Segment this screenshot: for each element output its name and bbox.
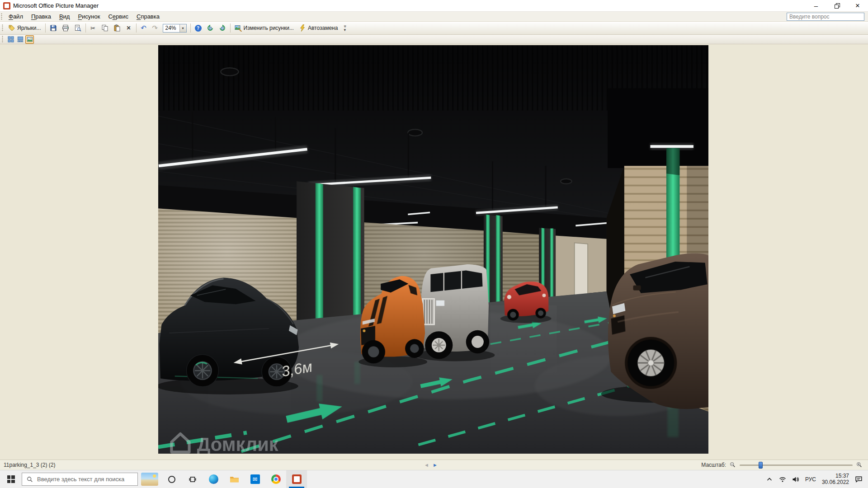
rotate-right-button[interactable] [217, 23, 228, 33]
zoom-dropdown-button[interactable]: ▾ [179, 24, 186, 32]
zoom-slider[interactable] [740, 465, 853, 466]
toolbar-separator [45, 23, 46, 33]
action-center-icon[interactable] [855, 475, 863, 483]
taskbar-item-task-view[interactable] [182, 470, 203, 488]
zoom-out-icon[interactable] [730, 462, 736, 468]
close-button[interactable]: ✕ [847, 0, 868, 11]
toolbar-separator [230, 23, 231, 33]
toolbar-options-button[interactable]: » ▾ [341, 22, 348, 34]
save-button[interactable] [47, 23, 59, 33]
language-indicator[interactable]: РУС [805, 476, 816, 483]
taskbar-item-file-explorer[interactable] [224, 470, 245, 488]
viewbar-grip[interactable] [2, 36, 4, 43]
toolbar-separator [190, 23, 191, 33]
cortana-icon [168, 476, 175, 483]
single-picture-view-button[interactable] [25, 35, 34, 44]
system-tray: РУС 15:37 30.06.2022 [760, 470, 868, 488]
volume-icon[interactable] [792, 476, 799, 483]
autocorrect-button[interactable]: Автозамена [297, 23, 340, 33]
hidden-icons-chevron[interactable] [766, 476, 773, 483]
rotate-left-icon [207, 24, 214, 32]
thumbnail-view-button[interactable] [6, 35, 15, 44]
single-picture-icon [27, 36, 33, 42]
menu-item-picture[interactable]: Рисунок [74, 12, 104, 21]
redo-icon: ↷ [152, 24, 158, 32]
tag-icon [8, 24, 15, 32]
edit-pictures-label: Изменить рисунки... [244, 25, 294, 31]
zoom-in-icon[interactable] [856, 462, 863, 468]
menubar: Файл Правка Вид Рисунок Сервис Справка [0, 12, 868, 22]
taskbar-search[interactable] [22, 473, 138, 486]
shortcuts-button[interactable]: Ярлыки... [6, 23, 43, 33]
edit-pictures-button[interactable]: Изменить рисунки... [232, 23, 296, 33]
shortcuts-label: Ярлыки... [17, 25, 41, 31]
chevron-down-icon: ▾ [344, 28, 346, 32]
news-weather-widget[interactable] [141, 473, 158, 486]
previous-picture-button[interactable]: ◄ [424, 462, 429, 468]
thumbnails-icon [8, 36, 14, 42]
toolbar-separator [136, 23, 137, 33]
toolbar-grip[interactable] [2, 24, 4, 32]
taskbar-item-edge[interactable] [203, 470, 224, 488]
menu-item-view[interactable]: Вид [55, 12, 74, 21]
menubar-grip[interactable] [1, 13, 3, 20]
windows-logo-icon [7, 475, 15, 483]
copy-button[interactable] [99, 23, 111, 33]
clock-time: 15:37 [822, 473, 849, 479]
toolbar-overflow-icon: » [343, 25, 347, 28]
edit-picture-icon [235, 24, 242, 32]
image-viewport: 3,6м Домклик [158, 45, 708, 454]
menu-item-file[interactable]: Файл [5, 12, 27, 21]
cut-button[interactable]: ✂ [88, 23, 99, 33]
print-preview-button[interactable] [72, 23, 84, 33]
watermark-label: Домклик [197, 434, 278, 454]
delete-button[interactable]: ✕ [123, 23, 134, 33]
undo-button[interactable]: ↶ [138, 23, 149, 33]
statusbar: 11parking_1_3 (2) (2) ◄ ► Масштаб: [0, 460, 868, 470]
picture-manager-icon [292, 474, 302, 484]
floppy-icon [50, 24, 57, 32]
minimize-button[interactable]: – [806, 0, 826, 11]
taskbar-item-cortana[interactable] [161, 470, 182, 488]
file-explorer-icon [230, 475, 239, 483]
taskbar-clock[interactable]: 15:37 30.06.2022 [822, 473, 849, 486]
next-picture-button[interactable]: ► [433, 462, 438, 468]
filmstrip-icon [17, 36, 24, 42]
printer-icon [62, 24, 69, 32]
network-wifi-icon[interactable] [779, 476, 786, 483]
delete-icon: ✕ [126, 25, 131, 31]
car-rolls-royce-silver [415, 264, 495, 361]
restore-icon [835, 3, 840, 8]
menu-item-edit[interactable]: Правка [27, 12, 55, 21]
print-button[interactable] [60, 23, 71, 33]
parking-image: 3,6м Домклик [158, 45, 708, 454]
copy-icon [101, 24, 108, 32]
taskbar-item-picture-manager[interactable] [286, 470, 307, 488]
redo-button[interactable]: ↷ [150, 23, 160, 33]
ask-question-input[interactable] [787, 13, 864, 21]
undo-icon: ↶ [141, 24, 146, 32]
zoom-scale-label: Масштаб: [701, 462, 726, 468]
rotate-left-button[interactable] [204, 23, 216, 33]
zoom-combobox[interactable]: 24% ▾ [163, 24, 187, 33]
taskbar-item-chrome[interactable] [265, 470, 286, 488]
chrome-icon [271, 474, 281, 484]
filmstrip-view-button[interactable] [16, 35, 24, 44]
maximize-restore-button[interactable] [826, 0, 847, 11]
search-input[interactable] [37, 476, 133, 483]
paste-button[interactable] [111, 23, 123, 33]
mail-icon: ✉ [250, 474, 260, 484]
menu-item-tools[interactable]: Сервис [104, 12, 132, 21]
scissors-icon: ✂ [90, 25, 95, 32]
lightning-icon [299, 24, 306, 32]
zoom-slider-thumb[interactable] [759, 462, 763, 469]
picture-manager-app-icon [3, 2, 10, 9]
start-button[interactable] [0, 470, 22, 488]
desktop: Microsoft Office Picture Manager – ✕ Фай… [0, 0, 868, 488]
task-view-icon [189, 475, 197, 483]
taskbar-item-mail[interactable]: ✉ [245, 470, 265, 488]
menu-item-help[interactable]: Справка [132, 12, 164, 21]
help-icon: ? [195, 25, 202, 32]
taskbar: ✉ РУС 15:37 30.06.2022 [0, 470, 868, 488]
help-button[interactable]: ? [193, 23, 204, 33]
